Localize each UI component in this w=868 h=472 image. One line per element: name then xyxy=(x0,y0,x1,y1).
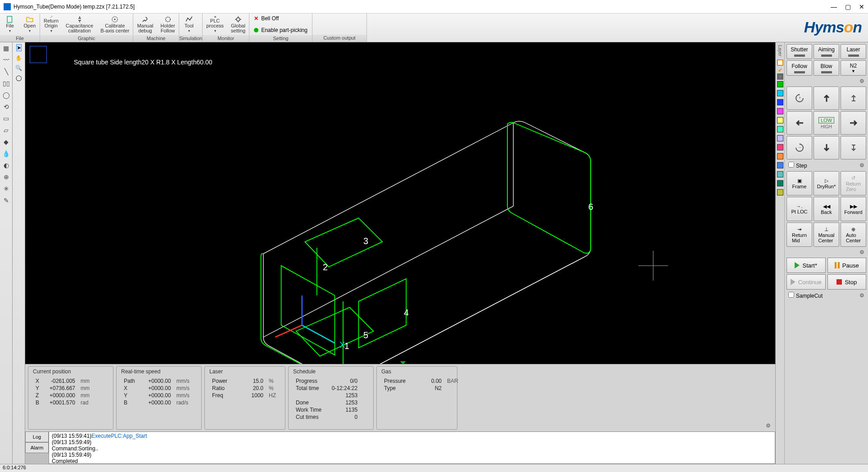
hand-icon[interactable]: ✋ xyxy=(15,55,22,61)
svg-point-2 xyxy=(114,19,116,20)
calibrate-b-axis-button[interactable]: Calibrate B-axis center xyxy=(97,14,133,35)
n2-button[interactable]: N2▼ xyxy=(841,60,866,76)
layer-swatch[interactable] xyxy=(777,153,783,159)
return-zero-button[interactable]: ↺Return Zero xyxy=(841,171,866,195)
jog-z-up-button[interactable] xyxy=(841,86,866,110)
manual-center-button[interactable]: ⊥Manual Center xyxy=(814,222,839,247)
forward-button[interactable]: ▶▶Forward xyxy=(841,197,866,221)
jog-right-button[interactable] xyxy=(841,111,866,135)
alarm-tab[interactable]: Alarm xyxy=(25,442,49,453)
file-button[interactable]: File▾ xyxy=(0,14,20,35)
speed-toggle-button[interactable]: LOWHIGH xyxy=(814,111,839,135)
aiming-button[interactable]: Aiming xyxy=(814,44,839,59)
plc-process-button[interactable]: PLCPLC process▾ xyxy=(203,14,227,35)
target-icon[interactable]: ⊕ xyxy=(2,173,11,181)
log-tab[interactable]: Log xyxy=(25,431,49,442)
layer-swatch[interactable] xyxy=(777,189,783,195)
layer-swatch-0[interactable] xyxy=(777,59,783,66)
samplecut-checkbox[interactable]: SampleCut xyxy=(788,292,823,299)
jog-up-button[interactable] xyxy=(814,86,839,110)
close-icon[interactable]: ✕ xyxy=(859,3,864,10)
rect-icon[interactable]: ▭ xyxy=(2,114,11,123)
continue-button[interactable]: Continue xyxy=(787,274,826,290)
manual-debug-button[interactable]: Manual debug xyxy=(133,14,157,35)
layer-swatch[interactable] xyxy=(777,144,783,150)
circle2-icon[interactable]: ◯ xyxy=(16,75,22,81)
rect-pair-icon[interactable]: ▯▯ xyxy=(2,79,11,87)
stop-icon xyxy=(836,279,842,285)
layer-swatch[interactable] xyxy=(777,99,783,105)
stop-button[interactable]: Stop xyxy=(827,274,867,290)
log-section: Log Alarm (09/13 15:59:41)ExecutePLC:App… xyxy=(25,431,775,464)
panel-current-position: Current position X-0261.005mm Y+0736.667… xyxy=(28,366,113,430)
jog-ccw-button[interactable]: + xyxy=(787,86,812,110)
maximize-icon[interactable]: ▢ xyxy=(845,3,851,10)
return-mid-button[interactable]: ⇥Return Mid xyxy=(787,222,812,247)
pointer-icon[interactable]: ➤ xyxy=(16,44,22,51)
curve-icon[interactable]: 〰 xyxy=(2,56,11,64)
bell-off-toggle[interactable]: ✕Bell Off xyxy=(249,13,312,24)
follow-button[interactable]: Follow xyxy=(787,60,812,76)
zoom-icon[interactable]: 🔍 xyxy=(15,65,22,71)
grid-icon[interactable]: ▦ xyxy=(2,44,11,52)
layer-swatch[interactable] xyxy=(777,126,783,132)
back-button[interactable]: ◀◀Back xyxy=(814,197,839,221)
svg-line-9 xyxy=(275,325,302,337)
pause-button[interactable]: Pause xyxy=(827,258,867,273)
layer-swatch[interactable] xyxy=(777,162,783,168)
panel-laser: Laser Power15.0% Ratio20.0% Freq1000HZ xyxy=(204,366,285,430)
capacitance-calibration-button[interactable]: Capacitance calibration xyxy=(62,14,97,35)
jog-z-down-button[interactable] xyxy=(841,136,866,159)
run-gear-icon[interactable]: ⚙ xyxy=(859,292,864,299)
laser-button[interactable]: Laser xyxy=(841,44,866,59)
viewport-3d[interactable]: Square tube Side length20 X R1.8 X Lengt… xyxy=(25,42,775,364)
layer-swatch[interactable] xyxy=(777,135,783,141)
line-icon[interactable]: ╲ xyxy=(2,68,11,76)
layer-x-icon[interactable]: ✕ xyxy=(777,73,783,80)
node-4: 4 xyxy=(404,308,409,318)
burst-icon[interactable]: ✳ xyxy=(2,185,11,193)
row2-gear-icon[interactable]: ⚙ xyxy=(859,78,864,84)
drop-icon[interactable]: 💧 xyxy=(2,150,11,158)
layer-swatch[interactable] xyxy=(777,108,783,114)
shutter-button[interactable]: Shutter xyxy=(787,44,812,59)
circle-tool-icon[interactable]: ◯ xyxy=(2,91,11,99)
start-button[interactable]: Start* xyxy=(787,258,826,273)
viewport-handle-icon[interactable] xyxy=(400,361,406,365)
return-origin-button[interactable]: Return Origin▾ xyxy=(40,14,62,35)
layer-swatch[interactable] xyxy=(777,117,783,123)
open-button[interactable]: Open▾ xyxy=(20,14,40,35)
layer-swatch[interactable] xyxy=(777,90,783,96)
group-label-file: File xyxy=(0,35,40,42)
layer-check-icon[interactable]: ✔ xyxy=(778,67,782,73)
pt-loc-button[interactable]: →.Pt LOC xyxy=(787,197,812,221)
jog-cw-button[interactable]: − xyxy=(787,136,812,159)
panels-gear-icon[interactable]: ⚙ xyxy=(766,422,771,429)
auto-center-button[interactable]: ⊕Auto Center xyxy=(841,222,866,247)
blow-button[interactable]: Blow xyxy=(814,60,839,76)
layer-swatch[interactable] xyxy=(777,171,783,177)
layer-swatch[interactable] xyxy=(777,81,783,87)
overlap-icon[interactable]: ▱ xyxy=(2,126,11,134)
step-checkbox[interactable]: Step xyxy=(788,162,807,169)
shape2-icon[interactable]: ◐ xyxy=(2,161,11,169)
pencil-icon[interactable]: ✎ xyxy=(2,196,11,204)
tool-button[interactable]: Tool▾ xyxy=(179,14,199,35)
layer-swatch[interactable] xyxy=(777,180,783,186)
panel-gas: Gas Pressure0.00BAR TypeN2 xyxy=(376,366,457,430)
shape1-icon[interactable]: ◆ xyxy=(2,138,11,146)
enable-part-picking-toggle[interactable]: Enable part-picking xyxy=(249,24,312,36)
frame-button[interactable]: ▣Frame xyxy=(787,171,812,195)
jog-left-button[interactable] xyxy=(787,111,812,135)
jog-down-button[interactable] xyxy=(814,136,839,159)
holder-follow-button[interactable]: Holder Follow xyxy=(157,14,178,35)
group-label-custom-output: Custom output xyxy=(312,35,366,42)
svg-text:+: + xyxy=(799,95,801,100)
global-setting-button[interactable]: Global setting xyxy=(227,14,249,35)
minimize-icon[interactable]: — xyxy=(831,3,837,10)
rotate-icon[interactable]: ⟲ xyxy=(2,103,11,111)
dryrun-button[interactable]: ▷DryRun* xyxy=(814,171,839,195)
log-output[interactable]: (09/13 15:59:41)ExecutePLC:App_Start (09… xyxy=(49,431,775,464)
actions-gear-icon[interactable]: ⚙ xyxy=(859,249,864,255)
jog-gear-icon[interactable]: ⚙ xyxy=(859,162,864,168)
